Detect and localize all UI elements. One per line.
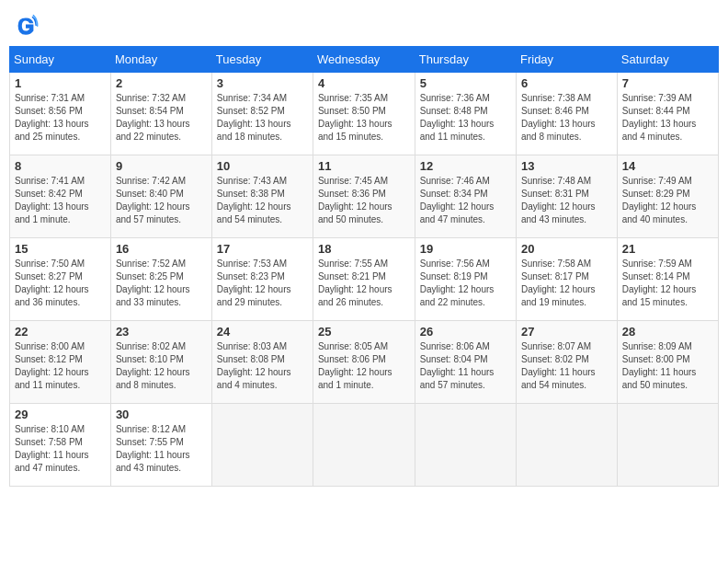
day-number: 4 — [318, 76, 410, 90]
day-info: Sunrise: 8:07 AM Sunset: 8:02 PM Dayligh… — [521, 340, 612, 392]
daylight-label: Daylight: 11 hours and 57 minutes. — [420, 367, 495, 390]
day-number: 30 — [116, 408, 207, 421]
day-info: Sunrise: 8:06 AM Sunset: 8:04 PM Dayligh… — [420, 340, 511, 392]
day-info: Sunrise: 7:52 AM Sunset: 8:25 PM Dayligh… — [116, 258, 207, 309]
calendar-table: Sunday Monday Tuesday Wednesday Thursday… — [9, 46, 719, 487]
day-info: Sunrise: 8:10 AM Sunset: 7:58 PM Dayligh… — [15, 423, 106, 475]
sunrise-label: Sunrise: 8:02 AM — [116, 341, 186, 351]
day-number: 23 — [116, 325, 207, 339]
day-number: 6 — [521, 76, 612, 90]
sunset-label: Sunset: 8:50 PM — [318, 106, 386, 116]
sunset-label: Sunset: 8:46 PM — [521, 106, 589, 116]
day-info: Sunrise: 7:53 AM Sunset: 8:23 PM Dayligh… — [217, 258, 308, 309]
calendar-cell: 9 Sunrise: 7:42 AM Sunset: 8:40 PM Dayli… — [110, 155, 211, 238]
daylight-label: Daylight: 12 hours and 40 minutes. — [622, 201, 697, 224]
sunrise-label: Sunrise: 7:46 AM — [420, 176, 490, 186]
day-info: Sunrise: 7:43 AM Sunset: 8:38 PM Dayligh… — [217, 175, 308, 226]
sunset-label: Sunset: 8:34 PM — [420, 189, 488, 199]
daylight-label: Daylight: 11 hours and 50 minutes. — [622, 367, 697, 390]
sunrise-label: Sunrise: 8:12 AM — [116, 424, 186, 434]
sunset-label: Sunset: 8:25 PM — [116, 271, 184, 282]
sunset-label: Sunset: 7:55 PM — [116, 437, 184, 447]
sunrise-label: Sunrise: 7:43 AM — [217, 176, 287, 186]
sunrise-label: Sunrise: 7:31 AM — [15, 93, 85, 103]
header-monday: Monday — [110, 47, 211, 73]
daylight-label: Daylight: 13 hours and 4 minutes. — [622, 119, 697, 142]
sunset-label: Sunset: 8:27 PM — [15, 271, 83, 282]
sunset-label: Sunset: 8:54 PM — [116, 106, 184, 116]
day-info: Sunrise: 7:56 AM Sunset: 8:19 PM Dayligh… — [420, 258, 511, 309]
calendar-header-row: Sunday Monday Tuesday Wednesday Thursday… — [10, 47, 719, 73]
calendar-cell: 30 Sunrise: 8:12 AM Sunset: 7:55 PM Dayl… — [110, 404, 211, 487]
daylight-label: Daylight: 13 hours and 18 minutes. — [217, 119, 291, 142]
sunset-label: Sunset: 8:08 PM — [217, 354, 285, 364]
sunset-label: Sunset: 8:52 PM — [217, 106, 285, 116]
day-number: 1 — [15, 76, 106, 90]
calendar-cell — [211, 404, 313, 487]
daylight-label: Daylight: 13 hours and 8 minutes. — [521, 119, 596, 142]
daylight-label: Daylight: 12 hours and 4 minutes. — [217, 367, 291, 390]
daylight-label: Daylight: 12 hours and 33 minutes. — [116, 284, 190, 307]
calendar-cell — [415, 404, 516, 487]
calendar-cell: 2 Sunrise: 7:32 AM Sunset: 8:54 PM Dayli… — [110, 73, 211, 155]
sunrise-label: Sunrise: 7:52 AM — [116, 259, 186, 269]
daylight-label: Daylight: 12 hours and 29 minutes. — [217, 284, 291, 307]
sunrise-label: Sunrise: 8:06 AM — [420, 341, 490, 351]
header-sunday: Sunday — [10, 47, 111, 73]
sunset-label: Sunset: 8:04 PM — [420, 354, 488, 364]
calendar-cell: 25 Sunrise: 8:05 AM Sunset: 8:06 PM Dayl… — [313, 321, 415, 404]
calendar-cell: 24 Sunrise: 8:03 AM Sunset: 8:08 PM Dayl… — [211, 321, 313, 404]
sunrise-label: Sunrise: 7:38 AM — [521, 93, 591, 103]
calendar-cell: 28 Sunrise: 8:09 AM Sunset: 8:00 PM Dayl… — [617, 321, 718, 404]
sunrise-label: Sunrise: 7:59 AM — [622, 259, 692, 269]
header-tuesday: Tuesday — [211, 47, 313, 73]
sunrise-label: Sunrise: 8:07 AM — [521, 341, 591, 351]
day-number: 5 — [420, 76, 511, 90]
day-info: Sunrise: 7:50 AM Sunset: 8:27 PM Dayligh… — [15, 258, 106, 309]
daylight-label: Daylight: 12 hours and 50 minutes. — [318, 201, 392, 224]
week-row-3: 15 Sunrise: 7:50 AM Sunset: 8:27 PM Dayl… — [10, 238, 719, 321]
calendar-cell: 14 Sunrise: 7:49 AM Sunset: 8:29 PM Dayl… — [617, 155, 718, 238]
day-number: 20 — [521, 242, 612, 256]
day-info: Sunrise: 7:32 AM Sunset: 8:54 PM Dayligh… — [116, 92, 207, 144]
calendar-cell: 6 Sunrise: 7:38 AM Sunset: 8:46 PM Dayli… — [516, 73, 617, 155]
day-number: 29 — [15, 408, 106, 421]
day-number: 21 — [622, 242, 713, 256]
sunrise-label: Sunrise: 7:50 AM — [15, 259, 85, 269]
day-number: 8 — [15, 159, 106, 173]
week-row-5: 29 Sunrise: 8:10 AM Sunset: 7:58 PM Dayl… — [10, 404, 719, 487]
calendar-cell: 26 Sunrise: 8:06 AM Sunset: 8:04 PM Dayl… — [415, 321, 516, 404]
day-info: Sunrise: 7:39 AM Sunset: 8:44 PM Dayligh… — [622, 92, 713, 144]
sunrise-label: Sunrise: 8:05 AM — [318, 341, 388, 351]
daylight-label: Daylight: 13 hours and 1 minute. — [15, 201, 89, 224]
sunrise-label: Sunrise: 7:36 AM — [420, 93, 490, 103]
day-info: Sunrise: 8:00 AM Sunset: 8:12 PM Dayligh… — [15, 340, 106, 392]
sunrise-label: Sunrise: 7:49 AM — [622, 176, 692, 186]
sunrise-label: Sunrise: 7:35 AM — [318, 93, 388, 103]
calendar-cell: 22 Sunrise: 8:00 AM Sunset: 8:12 PM Dayl… — [10, 321, 111, 404]
day-info: Sunrise: 7:49 AM Sunset: 8:29 PM Dayligh… — [622, 175, 713, 226]
daylight-label: Daylight: 13 hours and 15 minutes. — [318, 119, 392, 142]
daylight-label: Daylight: 12 hours and 11 minutes. — [15, 367, 89, 390]
sunset-label: Sunset: 8:19 PM — [420, 271, 488, 282]
sunrise-label: Sunrise: 8:03 AM — [217, 341, 287, 351]
day-info: Sunrise: 7:45 AM Sunset: 8:36 PM Dayligh… — [318, 175, 410, 226]
sunset-label: Sunset: 8:42 PM — [15, 189, 83, 199]
sunset-label: Sunset: 7:58 PM — [15, 437, 83, 447]
calendar-cell: 21 Sunrise: 7:59 AM Sunset: 8:14 PM Dayl… — [617, 238, 718, 321]
sunrise-label: Sunrise: 7:58 AM — [521, 259, 591, 269]
sunrise-label: Sunrise: 7:34 AM — [217, 93, 287, 103]
calendar-cell: 1 Sunrise: 7:31 AM Sunset: 8:56 PM Dayli… — [10, 73, 111, 155]
sunrise-label: Sunrise: 7:48 AM — [521, 176, 591, 186]
calendar-cell: 10 Sunrise: 7:43 AM Sunset: 8:38 PM Dayl… — [211, 155, 313, 238]
sunrise-label: Sunrise: 7:42 AM — [116, 176, 186, 186]
daylight-label: Daylight: 12 hours and 54 minutes. — [217, 201, 291, 224]
header-friday: Friday — [516, 47, 617, 73]
day-info: Sunrise: 7:59 AM Sunset: 8:14 PM Dayligh… — [622, 258, 713, 309]
calendar-cell: 27 Sunrise: 8:07 AM Sunset: 8:02 PM Dayl… — [516, 321, 617, 404]
sunrise-label: Sunrise: 7:55 AM — [318, 259, 388, 269]
sunset-label: Sunset: 8:38 PM — [217, 189, 285, 199]
sunset-label: Sunset: 8:31 PM — [521, 189, 589, 199]
day-number: 2 — [116, 76, 207, 90]
day-info: Sunrise: 7:31 AM Sunset: 8:56 PM Dayligh… — [15, 92, 106, 144]
